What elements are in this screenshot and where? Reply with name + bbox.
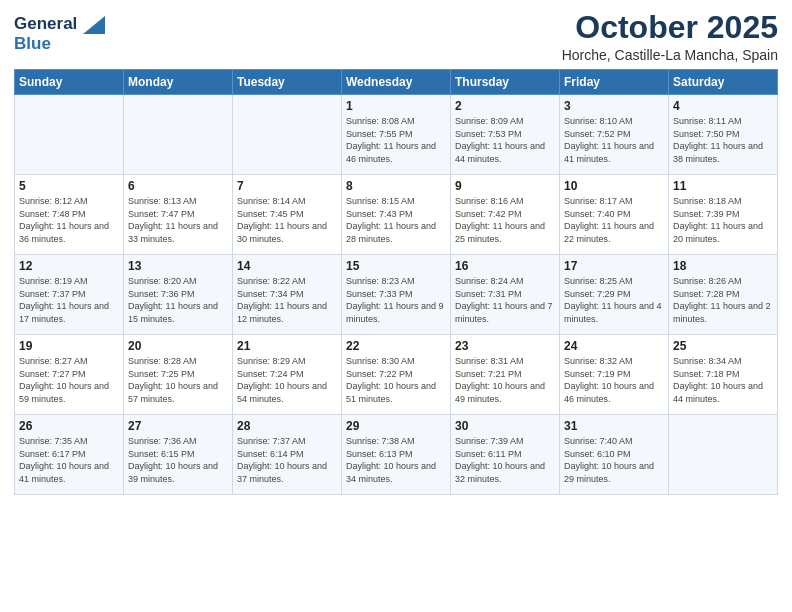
day-number: 2 [455, 99, 555, 113]
day-info: Sunrise: 8:25 AMSunset: 7:29 PMDaylight:… [564, 275, 664, 325]
day-number: 26 [19, 419, 119, 433]
day-info: Sunrise: 8:30 AMSunset: 7:22 PMDaylight:… [346, 355, 446, 405]
day-number: 5 [19, 179, 119, 193]
calendar-cell: 26Sunrise: 7:35 AMSunset: 6:17 PMDayligh… [15, 415, 124, 495]
day-info: Sunrise: 8:26 AMSunset: 7:28 PMDaylight:… [673, 275, 773, 325]
day-number: 25 [673, 339, 773, 353]
weekday-header-tuesday: Tuesday [233, 70, 342, 95]
weekday-header-wednesday: Wednesday [342, 70, 451, 95]
calendar-cell: 27Sunrise: 7:36 AMSunset: 6:15 PMDayligh… [124, 415, 233, 495]
day-info: Sunrise: 8:17 AMSunset: 7:40 PMDaylight:… [564, 195, 664, 245]
weekday-header-row: SundayMondayTuesdayWednesdayThursdayFrid… [15, 70, 778, 95]
day-info: Sunrise: 8:20 AMSunset: 7:36 PMDaylight:… [128, 275, 228, 325]
calendar-cell: 13Sunrise: 8:20 AMSunset: 7:36 PMDayligh… [124, 255, 233, 335]
day-info: Sunrise: 8:13 AMSunset: 7:47 PMDaylight:… [128, 195, 228, 245]
day-number: 11 [673, 179, 773, 193]
day-info: Sunrise: 8:28 AMSunset: 7:25 PMDaylight:… [128, 355, 228, 405]
logo-blue-text: Blue [14, 34, 105, 54]
day-info: Sunrise: 8:27 AMSunset: 7:27 PMDaylight:… [19, 355, 119, 405]
day-number: 20 [128, 339, 228, 353]
day-info: Sunrise: 7:37 AMSunset: 6:14 PMDaylight:… [237, 435, 337, 485]
calendar-cell: 21Sunrise: 8:29 AMSunset: 7:24 PMDayligh… [233, 335, 342, 415]
day-info: Sunrise: 8:08 AMSunset: 7:55 PMDaylight:… [346, 115, 446, 165]
weekday-header-sunday: Sunday [15, 70, 124, 95]
day-info: Sunrise: 8:15 AMSunset: 7:43 PMDaylight:… [346, 195, 446, 245]
month-title: October 2025 [562, 10, 778, 45]
calendar-cell: 31Sunrise: 7:40 AMSunset: 6:10 PMDayligh… [560, 415, 669, 495]
logo-triangle-icon [83, 16, 105, 34]
calendar-cell [124, 95, 233, 175]
calendar-cell: 25Sunrise: 8:34 AMSunset: 7:18 PMDayligh… [669, 335, 778, 415]
weekday-header-monday: Monday [124, 70, 233, 95]
day-number: 9 [455, 179, 555, 193]
calendar-cell: 3Sunrise: 8:10 AMSunset: 7:52 PMDaylight… [560, 95, 669, 175]
calendar-cell: 16Sunrise: 8:24 AMSunset: 7:31 PMDayligh… [451, 255, 560, 335]
weekday-header-saturday: Saturday [669, 70, 778, 95]
calendar-cell: 8Sunrise: 8:15 AMSunset: 7:43 PMDaylight… [342, 175, 451, 255]
day-info: Sunrise: 8:09 AMSunset: 7:53 PMDaylight:… [455, 115, 555, 165]
day-info: Sunrise: 8:34 AMSunset: 7:18 PMDaylight:… [673, 355, 773, 405]
page-container: General Blue October 2025 Horche, Castil… [0, 0, 792, 505]
day-number: 17 [564, 259, 664, 273]
calendar-cell: 28Sunrise: 7:37 AMSunset: 6:14 PMDayligh… [233, 415, 342, 495]
calendar-cell [669, 415, 778, 495]
calendar-cell: 19Sunrise: 8:27 AMSunset: 7:27 PMDayligh… [15, 335, 124, 415]
calendar-cell: 5Sunrise: 8:12 AMSunset: 7:48 PMDaylight… [15, 175, 124, 255]
title-block: October 2025 Horche, Castille-La Mancha,… [562, 10, 778, 63]
day-number: 13 [128, 259, 228, 273]
calendar-week-row: 26Sunrise: 7:35 AMSunset: 6:17 PMDayligh… [15, 415, 778, 495]
day-info: Sunrise: 8:18 AMSunset: 7:39 PMDaylight:… [673, 195, 773, 245]
day-number: 27 [128, 419, 228, 433]
header: General Blue October 2025 Horche, Castil… [14, 10, 778, 63]
day-number: 24 [564, 339, 664, 353]
day-number: 14 [237, 259, 337, 273]
day-info: Sunrise: 8:23 AMSunset: 7:33 PMDaylight:… [346, 275, 446, 325]
day-number: 3 [564, 99, 664, 113]
day-number: 29 [346, 419, 446, 433]
logo: General Blue [14, 14, 105, 53]
weekday-header-thursday: Thursday [451, 70, 560, 95]
calendar-cell: 18Sunrise: 8:26 AMSunset: 7:28 PMDayligh… [669, 255, 778, 335]
calendar-cell: 12Sunrise: 8:19 AMSunset: 7:37 PMDayligh… [15, 255, 124, 335]
day-number: 21 [237, 339, 337, 353]
day-number: 12 [19, 259, 119, 273]
calendar-cell: 17Sunrise: 8:25 AMSunset: 7:29 PMDayligh… [560, 255, 669, 335]
day-info: Sunrise: 8:19 AMSunset: 7:37 PMDaylight:… [19, 275, 119, 325]
calendar-cell: 30Sunrise: 7:39 AMSunset: 6:11 PMDayligh… [451, 415, 560, 495]
day-info: Sunrise: 7:39 AMSunset: 6:11 PMDaylight:… [455, 435, 555, 485]
calendar-cell: 24Sunrise: 8:32 AMSunset: 7:19 PMDayligh… [560, 335, 669, 415]
day-number: 8 [346, 179, 446, 193]
calendar-cell [233, 95, 342, 175]
calendar-cell: 7Sunrise: 8:14 AMSunset: 7:45 PMDaylight… [233, 175, 342, 255]
day-number: 18 [673, 259, 773, 273]
day-info: Sunrise: 7:40 AMSunset: 6:10 PMDaylight:… [564, 435, 664, 485]
calendar-cell: 2Sunrise: 8:09 AMSunset: 7:53 PMDaylight… [451, 95, 560, 175]
calendar-cell: 23Sunrise: 8:31 AMSunset: 7:21 PMDayligh… [451, 335, 560, 415]
calendar-cell [15, 95, 124, 175]
day-info: Sunrise: 8:22 AMSunset: 7:34 PMDaylight:… [237, 275, 337, 325]
day-number: 1 [346, 99, 446, 113]
day-number: 19 [19, 339, 119, 353]
day-number: 22 [346, 339, 446, 353]
day-info: Sunrise: 8:24 AMSunset: 7:31 PMDaylight:… [455, 275, 555, 325]
logo-text: General [14, 14, 105, 34]
day-number: 10 [564, 179, 664, 193]
calendar-cell: 4Sunrise: 8:11 AMSunset: 7:50 PMDaylight… [669, 95, 778, 175]
day-info: Sunrise: 8:12 AMSunset: 7:48 PMDaylight:… [19, 195, 119, 245]
day-info: Sunrise: 7:35 AMSunset: 6:17 PMDaylight:… [19, 435, 119, 485]
day-info: Sunrise: 8:29 AMSunset: 7:24 PMDaylight:… [237, 355, 337, 405]
day-number: 16 [455, 259, 555, 273]
calendar-cell: 11Sunrise: 8:18 AMSunset: 7:39 PMDayligh… [669, 175, 778, 255]
day-number: 28 [237, 419, 337, 433]
calendar-week-row: 5Sunrise: 8:12 AMSunset: 7:48 PMDaylight… [15, 175, 778, 255]
calendar-cell: 1Sunrise: 8:08 AMSunset: 7:55 PMDaylight… [342, 95, 451, 175]
svg-marker-0 [83, 16, 105, 34]
calendar-table: SundayMondayTuesdayWednesdayThursdayFrid… [14, 69, 778, 495]
day-number: 23 [455, 339, 555, 353]
calendar-cell: 22Sunrise: 8:30 AMSunset: 7:22 PMDayligh… [342, 335, 451, 415]
calendar-cell: 14Sunrise: 8:22 AMSunset: 7:34 PMDayligh… [233, 255, 342, 335]
weekday-header-friday: Friday [560, 70, 669, 95]
day-info: Sunrise: 8:31 AMSunset: 7:21 PMDaylight:… [455, 355, 555, 405]
day-number: 6 [128, 179, 228, 193]
day-number: 31 [564, 419, 664, 433]
